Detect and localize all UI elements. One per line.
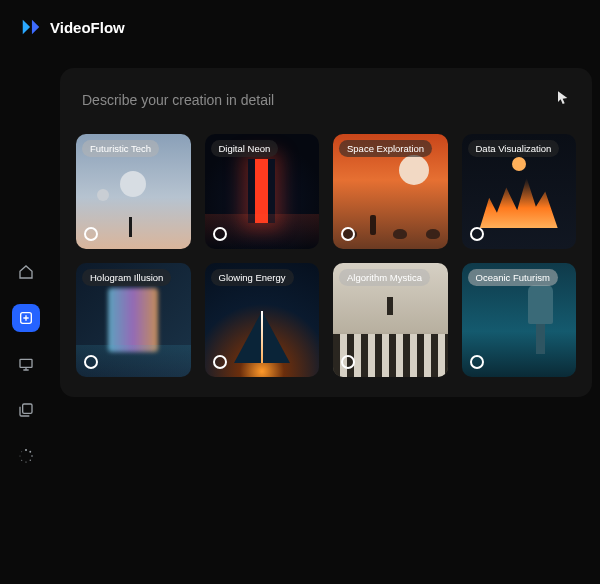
sidebar-create[interactable] <box>12 304 40 332</box>
svg-point-8 <box>21 460 22 461</box>
svg-point-3 <box>25 449 27 451</box>
prompt-input[interactable] <box>82 92 554 108</box>
select-radio[interactable] <box>470 355 484 369</box>
header: VideoFlow <box>0 0 600 54</box>
template-grid: Futuristic Tech Digital Neon Space Explo… <box>76 134 576 377</box>
prompt-row <box>76 86 576 124</box>
template-card[interactable]: Data Visualization <box>462 134 577 249</box>
svg-point-6 <box>30 460 31 461</box>
select-radio[interactable] <box>213 355 227 369</box>
brand-name: VideoFlow <box>50 19 125 36</box>
display-icon <box>18 356 34 372</box>
sidebar-loading[interactable] <box>12 442 40 470</box>
svg-point-10 <box>21 451 22 452</box>
svg-point-4 <box>29 451 31 453</box>
cursor-icon <box>554 90 570 110</box>
select-radio[interactable] <box>213 227 227 241</box>
template-card[interactable]: Hologram Illusion <box>76 263 191 378</box>
select-radio[interactable] <box>341 227 355 241</box>
template-card[interactable]: Oceanic Futurism <box>462 263 577 378</box>
template-card[interactable]: Space Exploration <box>333 134 448 249</box>
template-card[interactable]: Futuristic Tech <box>76 134 191 249</box>
main-panel: Futuristic Tech Digital Neon Space Explo… <box>60 68 592 397</box>
template-label: Futuristic Tech <box>82 140 159 157</box>
sidebar-library[interactable] <box>12 396 40 424</box>
create-icon <box>18 310 34 326</box>
sidebar-display[interactable] <box>12 350 40 378</box>
sidebar <box>8 258 44 470</box>
home-icon <box>18 264 34 280</box>
svg-point-9 <box>20 456 21 457</box>
select-radio[interactable] <box>84 355 98 369</box>
library-icon <box>18 402 34 418</box>
template-label: Algorithm Mystica <box>339 269 430 286</box>
template-label: Glowing Energy <box>211 269 294 286</box>
template-label: Hologram Illusion <box>82 269 171 286</box>
svg-point-5 <box>31 455 33 457</box>
template-label: Oceanic Futurism <box>468 269 558 286</box>
select-radio[interactable] <box>84 227 98 241</box>
template-card[interactable]: Digital Neon <box>205 134 320 249</box>
svg-rect-1 <box>20 359 32 367</box>
template-label: Space Exploration <box>339 140 432 157</box>
select-radio[interactable] <box>341 355 355 369</box>
template-label: Digital Neon <box>211 140 279 157</box>
logo-icon <box>20 16 42 38</box>
template-card[interactable]: Glowing Energy <box>205 263 320 378</box>
svg-point-7 <box>25 461 26 462</box>
select-radio[interactable] <box>470 227 484 241</box>
template-label: Data Visualization <box>468 140 560 157</box>
loading-icon <box>18 448 34 464</box>
svg-rect-2 <box>23 404 32 413</box>
sidebar-home[interactable] <box>12 258 40 286</box>
template-card[interactable]: Algorithm Mystica <box>333 263 448 378</box>
